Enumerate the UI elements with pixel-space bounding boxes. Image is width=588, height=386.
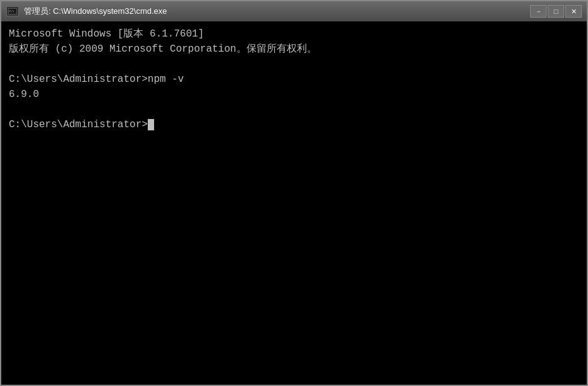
window-controls: － □ ✕ xyxy=(530,5,582,18)
terminal-output: Microsoft Windows [版本 6.1.7601] 版权所有 (c)… xyxy=(9,26,579,132)
line-5: 6.9.0 xyxy=(9,89,39,100)
window-icon xyxy=(6,6,19,16)
title-bar: 管理员: C:\Windows\system32\cmd.exe － □ ✕ xyxy=(1,1,587,21)
line-2: 版权所有 (c) 2009 Microsoft Corporation。保留所有… xyxy=(9,43,317,55)
terminal-area[interactable]: Microsoft Windows [版本 6.1.7601] 版权所有 (c)… xyxy=(1,21,587,385)
cmd-icon xyxy=(8,8,17,14)
window-title: 管理员: C:\Windows\system32\cmd.exe xyxy=(24,6,525,17)
line-7: C:\Users\Administrator> xyxy=(9,119,148,130)
cmd-window: 管理员: C:\Windows\system32\cmd.exe － □ ✕ M… xyxy=(0,0,588,386)
cursor xyxy=(148,119,154,130)
close-button[interactable]: ✕ xyxy=(565,5,582,18)
maximize-button[interactable]: □ xyxy=(548,5,564,18)
line-4: C:\Users\Administrator>npm -v xyxy=(9,74,184,85)
line-1: Microsoft Windows [版本 6.1.7601] xyxy=(9,28,204,40)
minimize-button[interactable]: － xyxy=(530,5,546,18)
